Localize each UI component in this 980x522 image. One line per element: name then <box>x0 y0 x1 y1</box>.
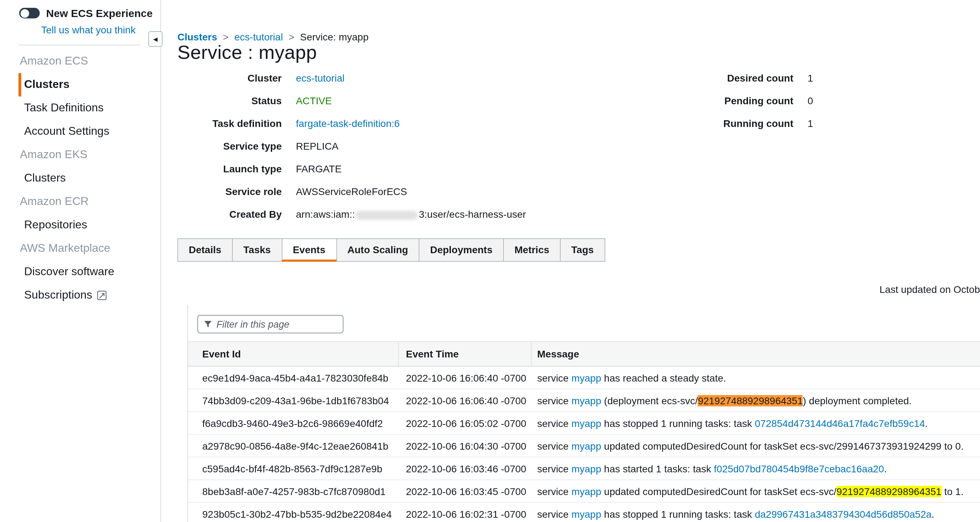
sidebar-item-clusters[interactable]: Clusters <box>18 167 161 190</box>
message-text: ) deployment completed. <box>803 395 912 406</box>
message-link[interactable]: myapp <box>571 440 601 451</box>
message-link[interactable]: myapp <box>571 508 601 519</box>
count-row: Running count1 <box>688 118 813 140</box>
detail-value-launch-type: FARGATE <box>296 163 342 175</box>
count-row: Desired count1 <box>688 72 813 95</box>
sidebar-item-label: Account Settings <box>24 125 109 138</box>
message-link[interactable]: 072854d473144d46a17fa4c7efb59c14 <box>755 417 925 429</box>
detail-label-status: Status <box>177 95 282 106</box>
breadcrumb-clusters[interactable]: Clusters <box>177 31 217 43</box>
toggle-knob <box>20 9 29 17</box>
event-id-cell: f6a9cdb3-9460-49e3-b2c6-98669e40fdf2 <box>188 417 399 429</box>
message-text: service <box>537 508 571 519</box>
page-title: Service : myapp <box>177 42 317 64</box>
event-time-cell: 2022-10-06 16:04:30 -0700 <box>399 440 531 451</box>
detail-value-created-by: arn:aws:iam::3:user/ecs-harness-user <box>296 208 526 220</box>
detail-label-service-type: Service type <box>177 140 282 152</box>
message-text: . <box>884 463 887 474</box>
event-id-cell: 74bb3d09-c209-43a1-96be-1db1f6783b04 <box>188 395 399 406</box>
sidebar-item-task-definitions[interactable]: Task Definitions <box>18 97 161 120</box>
tab-metrics[interactable]: Metrics <box>503 238 561 262</box>
nav-section-amazon-ecr: Amazon ECR <box>0 190 161 214</box>
tab-deployments[interactable]: Deployments <box>419 238 504 262</box>
event-message-cell: service myapp updated computedDesiredCou… <box>531 486 980 497</box>
message-text: has stopped 1 running tasks: task <box>601 508 755 519</box>
tab-auto-scaling[interactable]: Auto Scaling <box>336 238 419 262</box>
event-message-cell: service myapp has reached a steady state… <box>531 372 980 383</box>
message-text: has stopped 1 running tasks: task <box>601 417 755 429</box>
external-link-icon: ↗ <box>97 290 107 300</box>
sidebar-item-clusters[interactable]: Clusters <box>18 73 161 97</box>
message-link[interactable]: f025d07bd780454b9f8e7cebac16aa20 <box>714 463 884 474</box>
breadcrumb-service-myapp: Service: myapp <box>300 31 369 43</box>
search-highlight-active: 9219274889298964351 <box>698 395 803 406</box>
table-header: Event Id Event Time Message <box>188 341 980 367</box>
detail-value-desired-count: 1 <box>808 72 813 84</box>
message-text: has started 1 tasks: task <box>601 463 714 474</box>
table-body: ec9e1d94-9aca-45b4-a4a1-7823030fe84b2022… <box>188 367 980 522</box>
detail-row: Task definitionfargate-task-definition:6 <box>177 118 972 140</box>
breadcrumb-ecs-tutorial[interactable]: ecs-tutorial <box>234 31 283 43</box>
sidebar-item-repositories[interactable]: Repositories <box>18 214 161 237</box>
detail-value-cluster[interactable]: ecs-tutorial <box>296 72 345 84</box>
detail-value-status: ACTIVE <box>296 95 332 106</box>
breadcrumb-separator: > <box>288 31 294 43</box>
event-message-cell: service myapp updated computedDesiredCou… <box>531 440 980 451</box>
sidebar-item-label: Clusters <box>24 171 66 184</box>
sidebar-collapse-button[interactable]: ◀ <box>148 31 162 47</box>
detail-value-task-definition[interactable]: fargate-task-definition:6 <box>296 118 400 129</box>
event-time-cell: 2022-10-06 16:03:45 -0700 <box>399 486 531 497</box>
message-text: service <box>537 395 571 406</box>
detail-value-running-count: 1 <box>808 118 813 129</box>
table-row: f6a9cdb3-9460-49e3-b2c6-98669e40fdf22022… <box>188 412 980 435</box>
message-link[interactable]: myapp <box>571 417 601 429</box>
new-experience-row: New ECS Experience <box>0 0 161 19</box>
message-link[interactable]: da29967431a3483794304d56d850a52a <box>755 508 931 519</box>
search-highlight: 9219274889298964351 <box>837 486 942 497</box>
sidebar-item-label: Task Definitions <box>24 102 103 114</box>
event-time-cell: 2022-10-06 16:02:31 -0700 <box>399 508 531 519</box>
breadcrumb: Clusters>ecs-tutorial>Service: myapp <box>177 31 369 43</box>
filter-input[interactable] <box>216 319 337 330</box>
detail-value-service-role: AWSServiceRoleForECS <box>296 186 407 197</box>
column-header-message: Message <box>531 342 980 366</box>
message-link[interactable]: myapp <box>571 463 601 474</box>
tab-bar: DetailsTasksEventsAuto ScalingDeployment… <box>177 238 605 262</box>
event-id-cell: c595ad4c-bf4f-482b-8563-7df9c1287e9b <box>188 463 399 474</box>
detail-label-desired-count: Desired count <box>688 72 793 84</box>
detail-row: StatusACTIVE <box>177 95 972 118</box>
tab-events[interactable]: Events <box>282 238 337 262</box>
redacted-account-id <box>356 211 418 220</box>
tab-tasks[interactable]: Tasks <box>232 238 282 262</box>
message-text: (deployment ecs-svc/ <box>601 395 698 406</box>
tab-tags[interactable]: Tags <box>560 238 605 262</box>
table-row: 74bb3d09-c209-43a1-96be-1db1f6783b042022… <box>188 389 980 412</box>
chevron-left-icon: ◀ <box>153 36 158 42</box>
app-root: New ECS Experience Tell us what you thin… <box>0 0 980 522</box>
message-link[interactable]: myapp <box>571 486 601 497</box>
message-link[interactable]: myapp <box>571 372 601 383</box>
table-row: 8beb3a8f-a0e7-4257-983b-c7fc870980d12022… <box>188 480 980 503</box>
event-id-cell: a2978c90-0856-4a8e-9f4c-12eae260841b <box>188 440 399 451</box>
detail-row: Service typeREPLICA <box>177 140 972 163</box>
feedback-link[interactable]: Tell us what you think <box>41 24 135 35</box>
detail-row: Created Byarn:aws:iam::3:user/ecs-harnes… <box>177 208 972 231</box>
event-id-cell: 8beb3a8f-a0e7-4257-983b-c7fc870980d1 <box>188 486 399 497</box>
detail-label-created-by: Created By <box>177 208 282 220</box>
event-time-cell: 2022-10-06 16:06:40 -0700 <box>399 372 531 383</box>
column-header-event-id: Event Id <box>188 342 399 366</box>
detail-label-pending-count: Pending count <box>688 95 793 106</box>
sidebar-item-subscriptions[interactable]: Subscriptions↗ <box>18 284 161 307</box>
event-id-cell: 923b05c1-30b2-47bb-b535-9d2be22084e4 <box>188 508 399 519</box>
count-row: Pending count0 <box>688 95 813 118</box>
new-ecs-experience-toggle[interactable] <box>19 8 40 19</box>
tab-details[interactable]: Details <box>177 238 233 262</box>
table-row: 923b05c1-30b2-47bb-b535-9d2be22084e42022… <box>188 503 980 522</box>
message-link[interactable]: myapp <box>571 395 601 406</box>
sidebar-item-label: Repositories <box>24 219 87 231</box>
sidebar-item-discover-software[interactable]: Discover software <box>18 260 161 284</box>
event-message-cell: service myapp has started 1 tasks: task … <box>531 463 980 474</box>
breadcrumb-separator: > <box>223 31 229 43</box>
sidebar: New ECS Experience Tell us what you thin… <box>0 0 161 522</box>
sidebar-item-account-settings[interactable]: Account Settings <box>18 120 161 143</box>
